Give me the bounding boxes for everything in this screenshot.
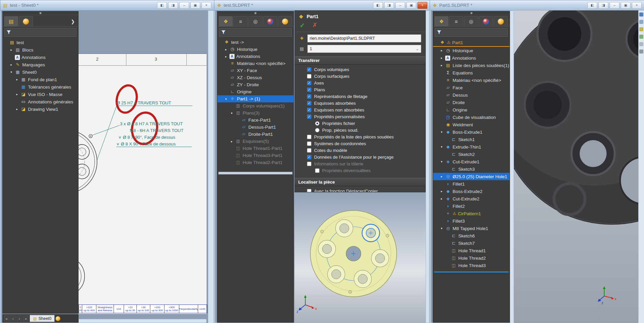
restore-button[interactable]: ▣ [406, 2, 416, 9]
minimize-button[interactable]: – [395, 2, 405, 9]
tree-item-test[interactable]: ▤test [3, 39, 78, 46]
minimize-button[interactable]: – [610, 2, 619, 9]
restore-button[interactable]: ▣ [190, 2, 200, 9]
checkbox-donn-es-de-l-assistance-pour-le-per-age[interactable]: ✓Données de l'Assistance pour le perçage [295, 154, 425, 160]
titlebar-drawing[interactable]: ▤ test - Sheet0 * ◧◨–▣× [0, 0, 214, 10]
close-button[interactable]: × [202, 2, 211, 9]
task-pane-icon-2[interactable] [639, 20, 643, 24]
tree-item-m8-tapped-hole1[interactable]: ▾◎M8 Tapped Hole1 [433, 225, 510, 232]
tree-horizontal-scrollbar[interactable] [218, 172, 293, 174]
tree-arrow-icon[interactable]: ▸ [15, 107, 19, 111]
panel-grip-handle[interactable] [433, 11, 510, 15]
panel-tab-appearance-sphere[interactable] [479, 16, 493, 26]
tree-item-xz-dessus[interactable]: ▱XZ - Dessus [217, 74, 294, 81]
close-button[interactable]: × [632, 2, 642, 9]
checkbox-control[interactable] [307, 74, 311, 78]
checkbox-control[interactable] [315, 168, 319, 173]
tree-item-hole-thread2-part1[interactable]: ◫Hole Thread2-Part1 [217, 159, 294, 166]
tree-item-hole-thread1[interactable]: ◫Hole Thread1 [433, 247, 510, 254]
checkbox-control[interactable] [307, 162, 311, 166]
checkbox-control[interactable] [307, 141, 311, 146]
annotation-hole-callout-5[interactable]: ∨Ø 8 X 90°, Face de dessous [116, 141, 176, 147]
panel-tab-appearance-sphere[interactable] [263, 16, 277, 26]
tree-item-annotations[interactable]: AAnnotations [3, 54, 78, 61]
sheet-nav-button-3[interactable]: › [17, 315, 22, 322]
annotation-hole-callout-2[interactable]: 3 x Ø 6.8 H7 A TRAVERS TOUT [120, 121, 183, 126]
graphics-area-test-part[interactable]: x z [295, 192, 426, 323]
tree-arrow-icon[interactable]: ▸ [440, 197, 443, 200]
titlebar-test-part[interactable]: ❖ test.SLDPRT * ◧◨–▣× [214, 0, 430, 10]
tree-item-droite-part1[interactable]: ▱Droite-Part1 [217, 131, 294, 138]
checkbox-control[interactable]: ✓ [307, 155, 311, 159]
panel-tab-part[interactable]: ❖ [434, 16, 449, 26]
checkbox-control[interactable]: ✓ [307, 108, 311, 112]
panel-tab-dimxpert-tab[interactable]: ◎ [464, 16, 478, 26]
panel-grip-handle[interactable] [217, 11, 294, 15]
tree-arrow-icon[interactable]: ▸ [224, 48, 228, 51]
sheet-nav-button-2[interactable]: ‹ [10, 315, 16, 322]
tree-arrow-icon[interactable]: ▸ [440, 175, 443, 178]
checkbox-plans[interactable]: ✓Plans [295, 86, 425, 93]
tree-arrow-icon[interactable]: ▾ [440, 160, 443, 163]
radio-control[interactable] [315, 121, 319, 126]
tree-item-origine[interactable]: ∟Origine [433, 106, 510, 114]
checkbox-control[interactable]: ✓ [307, 115, 311, 119]
minimize-button[interactable]: – [179, 2, 189, 9]
ok-button[interactable]: ✓ [300, 22, 305, 29]
tree-item-boss-extrude2[interactable]: ▸◆Boss-Extrude2 [433, 188, 510, 195]
dock-right-button[interactable]: ◨ [599, 2, 608, 9]
panel-tab-display-tree-tab[interactable]: ≡ [449, 16, 463, 26]
tree-item-sketch7[interactable]: ⊏Sketch7 [433, 239, 510, 247]
tree-item-sketch2[interactable]: ⊏Sketch2 [433, 151, 510, 158]
panel-tab-display-tree-tab[interactable]: ≡ [234, 16, 248, 26]
tree-item-part1-1[interactable]: ▾❖Part1 -> (1) [217, 95, 294, 102]
tree-arrow-icon[interactable]: ▸ [224, 55, 228, 58]
tree-item-fond-de-plan1[interactable]: ▸▦Fond de plan1 [3, 76, 78, 83]
dock-right-button[interactable]: ◨ [384, 2, 394, 9]
tree-item-droite[interactable]: ▱Droite [433, 99, 510, 106]
rollback-bar[interactable] [434, 271, 509, 272]
graphics-area-part1[interactable]: x z [514, 10, 638, 323]
panel-tab-solidworks-ball[interactable] [19, 16, 33, 26]
tree-item-test[interactable]: ❖test -> [217, 39, 294, 46]
tree-arrow-icon[interactable]: ▾ [440, 145, 443, 149]
cancel-button[interactable]: ✗ [312, 22, 317, 29]
sheet-nav-button-1[interactable]: « [4, 315, 9, 322]
tree-item-hole-thread2[interactable]: ◫Hole Thread2 [433, 254, 510, 262]
sheet-tab-sheet0[interactable]: ▤ Sheet0 [30, 315, 55, 322]
task-pane-icon-4[interactable] [639, 35, 643, 39]
tree-item-liste-des-pi-ces-soud-es-1[interactable]: ▸▤Liste des pièces soudées(1) [433, 62, 510, 69]
tree-item-boss-extrude1[interactable]: ▾◆Boss-Extrude1 [433, 128, 510, 136]
tree-item-corps-volumiques-1[interactable]: ▥Corps volumiques(1) [217, 102, 294, 109]
checkbox-control[interactable]: ✓ [307, 94, 311, 99]
tree-item-annotations-g-n-rales[interactable]: ▭Annotations générales [3, 98, 78, 105]
add-sheet-icon[interactable] [56, 316, 60, 321]
tree-item-vue-iso-masse[interactable]: ▸◪Vue ISO - Masse [3, 91, 78, 98]
filter-input[interactable] [435, 28, 508, 37]
radio-propri-t-s-fichier[interactable]: Propriétés fichier [295, 120, 425, 127]
panel-expand-arrow-icon[interactable]: ❯ [293, 19, 294, 26]
tree-item-historique[interactable]: ▸◷Historique [433, 47, 510, 54]
tree-item-cirpattern1[interactable]: +⚠CirPattern1 [433, 210, 510, 217]
checkbox-control[interactable]: ✓ [307, 101, 311, 105]
tree-arrow-icon[interactable]: ▾ [230, 111, 234, 115]
tree-arrow-icon[interactable]: ▸ [440, 64, 443, 67]
vertical-scrollbar[interactable] [426, 10, 429, 323]
tree-item-cut-extrude1[interactable]: ▾◈Cut-Extrude1 [433, 158, 510, 165]
restore-button[interactable]: ▣ [621, 2, 631, 9]
tree-item-marquages[interactable]: ▸✎Marquages [3, 61, 78, 68]
checkbox-propri-t-s-de-la-liste-des-pi-ces-soud-es[interactable]: Propriétés de la liste des pièces soudée… [295, 133, 425, 140]
annotation-hole-callout-1[interactable]: Ø 25 H7 A TRAVERS TOUT [117, 100, 171, 105]
checkbox-control[interactable]: ✓ [307, 67, 311, 72]
tree-item-cut-extrude2[interactable]: ▸◈Cut-Extrude2 [433, 195, 510, 202]
checkbox-control[interactable]: ✓ [307, 88, 311, 92]
tree-item-historique[interactable]: ▸◷Historique [217, 46, 294, 53]
checkbox-corps-volumiques[interactable]: ✓Corps volumiques [295, 66, 425, 73]
tree-arrow-icon[interactable]: ▸ [15, 93, 19, 96]
tree-item-sketch3[interactable]: ⊏Sketch3 [433, 165, 510, 173]
radio-prop-pi-ces-soud[interactable]: Prop. pièces soud. [295, 127, 425, 133]
tree-item-zy-droite[interactable]: ▱ZY - Droite [217, 81, 294, 88]
checkbox-control[interactable] [307, 148, 311, 153]
drawing-sheet[interactable]: 2 3 [79, 54, 207, 314]
tree-arrow-icon[interactable]: ▸ [9, 48, 13, 52]
